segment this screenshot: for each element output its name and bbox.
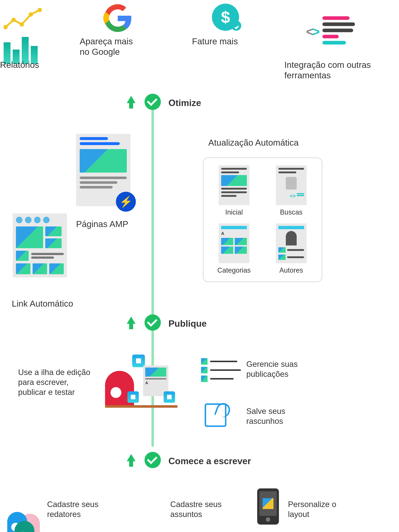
amp-badge-icon <box>116 192 136 212</box>
svg-point-2 <box>20 22 24 27</box>
integration-label: Integração com outras ferramentas <box>284 60 386 81</box>
stage-optimize: Otimize <box>169 98 201 108</box>
link-gallery-icon <box>13 214 67 278</box>
google-label: Apareça mais no Google <box>80 36 145 57</box>
amp-label: Páginas AMP <box>76 219 128 229</box>
layout-label: Personalize o layout <box>288 499 342 519</box>
check-icon-optimize <box>144 94 161 110</box>
up-arrow-icon <box>127 96 136 108</box>
update-label-buscas: Buscas <box>280 208 303 216</box>
stage-start: Comece a escrever <box>169 456 251 466</box>
update-label-categorias: Categorias <box>217 266 251 274</box>
update-item-autores: Autores <box>270 223 313 274</box>
subjects-label: Cadastre seus assuntos <box>170 499 228 519</box>
svg-point-1 <box>11 18 16 22</box>
revenue-icon: $ <box>212 4 239 31</box>
svg-point-3 <box>29 12 33 17</box>
update-label-autores: Autores <box>280 266 303 274</box>
auto-update-box: Inicial <> Buscas A Categorias Autores <box>203 157 322 282</box>
google-icon <box>103 4 132 33</box>
amp-doc-icon <box>76 134 131 206</box>
manage-label: Gerencie suas publicações <box>246 359 308 379</box>
manage-icon <box>201 358 241 382</box>
update-item-buscas: <> Buscas <box>270 165 313 216</box>
stage-publish: Publique <box>169 318 207 329</box>
update-item-inicial: Inicial <box>213 165 255 216</box>
update-item-categorias: A Categorias <box>213 223 255 274</box>
up-arrow-icon-2 <box>127 317 136 329</box>
layout-icon <box>257 488 279 525</box>
up-arrow-icon-3 <box>127 454 136 467</box>
ilha-label: Use a ilha de edição para escrever, publ… <box>18 367 91 397</box>
auto-update-label: Atualização Automática <box>208 138 299 148</box>
check-icon-publish <box>144 314 161 331</box>
update-label-inicial: Inicial <box>225 208 243 216</box>
link-label: Link Automático <box>12 298 73 309</box>
reports-icon <box>4 7 42 64</box>
writers-label: Cadastre seus redatores <box>47 499 105 519</box>
drafts-icon <box>205 403 226 427</box>
check-icon-start <box>144 452 161 468</box>
reports-label: Relatórios <box>0 60 39 70</box>
ilha-illustration: A <box>101 355 181 409</box>
revenue-label: Fature mais <box>192 36 238 47</box>
writers-icon <box>7 512 44 532</box>
drafts-label: Salve seus rascunhos <box>246 406 301 426</box>
integration-icon: <> <box>306 16 357 47</box>
